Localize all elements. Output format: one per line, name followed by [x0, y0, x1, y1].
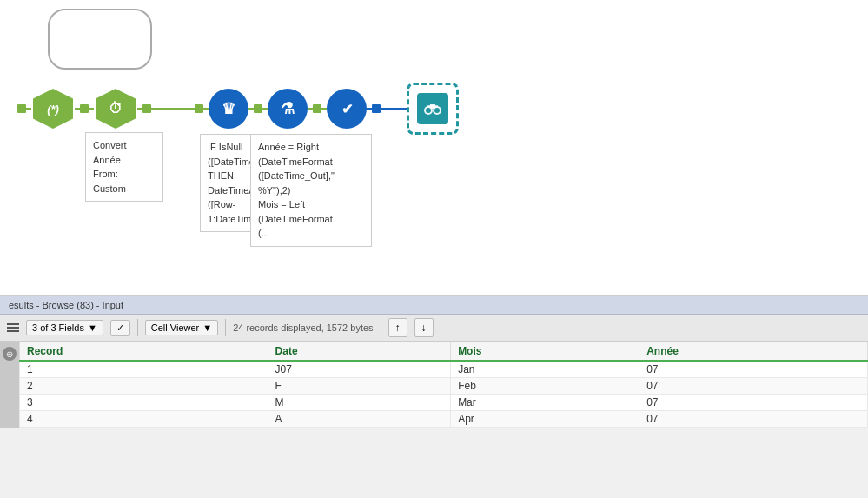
table-cell: Mar: [451, 395, 639, 411]
select-node[interactable]: ✔: [327, 89, 367, 129]
input-connector-left: [17, 104, 26, 113]
table-cell: 07: [639, 395, 868, 411]
bottom-panel: esults - Browse (83) - Input 3 of 3 Fiel…: [0, 295, 868, 428]
scroll-down-btn[interactable]: ↓: [414, 318, 434, 337]
toolbar-row: 3 of 3 Fields ▼ ✓ Cell Viewer ▼ 24 recor…: [0, 315, 868, 342]
col-record: Record: [20, 342, 268, 362]
toolbar-divider2: [225, 319, 226, 336]
browse-icon: [417, 93, 448, 124]
records-info: 24 records displayed, 1572 bytes: [233, 322, 373, 333]
col-annee: Année: [639, 342, 868, 362]
datetime-tooltip: Convert AnnéeFrom:Custom: [85, 132, 163, 202]
line12: [381, 108, 407, 110]
table-cell: 07: [639, 411, 868, 428]
strip-circle-icon[interactable]: ⊕: [3, 347, 17, 361]
cell-viewer-label: Cell Viewer: [151, 322, 199, 333]
table-area: ⊕ Record Date Mois Année 1J07Jan072: [0, 342, 868, 428]
table-cell: 4: [20, 411, 268, 428]
cell-viewer-arrow: ▼: [202, 322, 212, 333]
table-row: 1J07Jan07: [20, 361, 868, 378]
table-cell: 3: [20, 395, 268, 411]
table-cell: Apr: [451, 411, 639, 428]
connector6: [313, 104, 321, 113]
fields-dropdown-arrow: ▼: [88, 322, 97, 333]
line5: [151, 108, 195, 110]
data-table: Record Date Mois Année 1J07Jan072FFeb073…: [19, 342, 868, 428]
table-header-row: Record Date Mois Année: [20, 342, 868, 362]
table-cell: Feb: [451, 378, 639, 395]
formula2-circle: ⚗: [268, 89, 308, 129]
down-arrow-icon: ↓: [421, 322, 427, 334]
check-btn[interactable]: ✓: [110, 320, 130, 336]
browse-box: [407, 83, 459, 135]
toolbar-divider1: [137, 319, 138, 336]
table-row: 4AApr07: [20, 411, 868, 428]
select-circle: ✔: [327, 89, 367, 129]
data-table-wrapper: Record Date Mois Année 1J07Jan072FFeb073…: [19, 342, 868, 428]
connector3: [142, 104, 151, 113]
svg-rect-5: [427, 105, 438, 108]
input-hex: (*): [33, 89, 73, 129]
check-icon: ✓: [116, 322, 124, 334]
table-cell: M: [268, 395, 451, 411]
input-node[interactable]: (*): [31, 87, 75, 130]
connector5: [254, 104, 262, 113]
table-row: 3MMar07: [20, 395, 868, 411]
left-strip: ⊕: [0, 342, 19, 428]
menu-icon[interactable]: [7, 323, 19, 332]
col-date: Date: [268, 342, 451, 362]
formula2-tooltip: Année = Right(DateTimeFormat([DateTime_O…: [250, 134, 372, 247]
table-cell: 1: [20, 361, 268, 378]
table-cell: 07: [639, 378, 868, 395]
datetime-hex: ⏱: [96, 89, 136, 129]
toolbar-divider4: [441, 319, 441, 336]
table-cell: 07: [639, 361, 868, 378]
formula1-node[interactable]: ♛ IF IsNull([DateTime_Out])THENDateTimeA…: [209, 89, 248, 129]
connector4: [195, 104, 203, 113]
table-cell: F: [268, 378, 451, 395]
rounded-rect-shape: [48, 9, 152, 70]
formula2-node[interactable]: ⚗ Année = Right(DateTimeFormat([DateTime…: [268, 89, 308, 129]
workflow-row: (*) ⏱ Convert AnnéeFrom:Custom: [17, 83, 459, 135]
fields-dropdown[interactable]: 3 of 3 Fields ▼: [26, 320, 103, 335]
datetime-node[interactable]: ⏱ Convert AnnéeFrom:Custom: [94, 87, 137, 130]
up-arrow-icon: ↑: [395, 322, 401, 334]
workflow-canvas: (*) ⏱ Convert AnnéeFrom:Custom: [0, 0, 868, 295]
table-row: 2FFeb07: [20, 378, 868, 395]
browse-node[interactable]: [407, 83, 459, 135]
table-cell: 2: [20, 378, 268, 395]
connector7: [372, 104, 381, 113]
col-mois: Mois: [451, 342, 639, 362]
results-header: esults - Browse (83) - Input: [0, 296, 868, 315]
table-cell: J07: [268, 361, 451, 378]
fields-label: 3 of 3 Fields: [32, 322, 84, 333]
toolbar-divider3: [381, 319, 381, 336]
connector2: [80, 104, 89, 113]
scroll-up-btn[interactable]: ↑: [388, 318, 407, 337]
formula1-circle: ♛: [209, 89, 248, 129]
results-title: esults - Browse (83) - Input: [9, 300, 123, 310]
table-cell: A: [268, 411, 451, 428]
cell-viewer-dropdown[interactable]: Cell Viewer ▼: [145, 320, 218, 335]
table-cell: Jan: [451, 361, 639, 378]
